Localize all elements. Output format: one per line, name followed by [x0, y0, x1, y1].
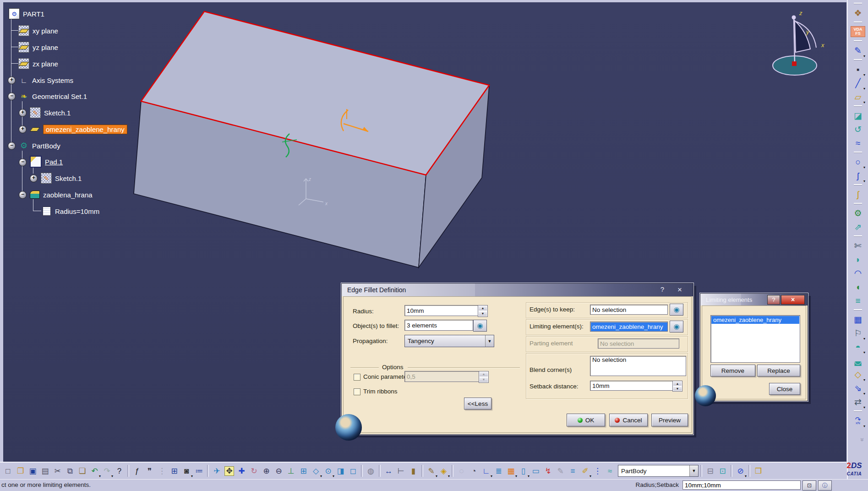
translate-plane-icon[interactable]: ⇘ ▾ [851, 381, 865, 395]
tree-item-sketch1-gs[interactable]: ✎ Sketch.1 [30, 107, 71, 118]
dropdown-arrow-icon[interactable]: ▾ [863, 179, 865, 183]
fit-all-in-icon[interactable]: ✥ [223, 465, 235, 477]
chevron-down-icon[interactable]: ▼ [485, 335, 494, 347]
expander-partbody[interactable]: − [8, 142, 16, 150]
basket-icon[interactable]: ❒ [752, 465, 764, 477]
tree-item-axis-systems[interactable]: ∟ Axis Systems [19, 75, 73, 86]
sketch-analysis-icon[interactable]: ✎ ▾ [425, 465, 437, 477]
dropdown-arrow-icon[interactable]: ▾ [863, 424, 865, 428]
point-icon[interactable]: ▪ ▾ [851, 62, 865, 76]
viewport-3d[interactable]: z x z y x [3, 2, 846, 462]
dropdown-arrow-icon[interactable]: ▾ [745, 474, 747, 478]
tree-label[interactable]: PartBody [32, 142, 60, 150]
near-icon[interactable]: ◇ ▾ [851, 367, 865, 381]
design-table-icon[interactable]: ⊞ [168, 465, 180, 477]
tree-item-omezeni[interactable]: omezeni_zaoblene_hrany [30, 124, 127, 135]
ok-button[interactable]: OK [567, 414, 605, 426]
wireframe-view-icon[interactable]: ◻ [347, 465, 359, 477]
blend-corners-field[interactable]: No selection [590, 356, 686, 376]
comment-icon[interactable]: ❞ [143, 465, 156, 477]
support-cylinder-icon[interactable]: ▯ ▾ [517, 465, 530, 477]
revolve-surface-icon[interactable]: ↺ [851, 122, 865, 136]
info-button[interactable]: ⓘ [818, 480, 832, 491]
rule-editor-icon[interactable]: ≔ [193, 465, 205, 477]
link-icon[interactable]: ⋮ [156, 465, 168, 477]
close-button[interactable]: Close [769, 383, 800, 395]
cylinder-view-icon[interactable]: ⊙ ▾ [322, 465, 334, 477]
tree-item-yz-plane[interactable]: yz plane [18, 42, 58, 53]
undo-icon[interactable]: ↶ ▾ [88, 465, 101, 477]
join-icon[interactable]: ▦ [851, 312, 865, 326]
more-tools-chevron-icon[interactable]: » [859, 438, 866, 442]
swap-space-icon[interactable]: ◌ [455, 465, 468, 477]
tree-item-geometrical-set[interactable]: ❧ Geometrical Set.1 [19, 91, 87, 102]
dialog-position-button[interactable]: ⊡ [802, 480, 816, 491]
multi-view-icon[interactable]: ⊞ [297, 465, 310, 477]
shaded-view-icon[interactable]: ◨ [334, 465, 347, 477]
vda-fs-icon[interactable]: VDA FS [851, 25, 865, 38]
expander-sketch1-gs[interactable]: + [19, 109, 27, 117]
frame-tree-icon[interactable]: ⊟ [704, 465, 716, 477]
tree-label[interactable]: Geometrical Set.1 [32, 93, 87, 100]
rotate-icon[interactable]: ↻ [248, 465, 260, 477]
conic-parameter-checkbox[interactable] [354, 374, 360, 381]
tree-label[interactable]: zaoblena_hrana [43, 191, 93, 199]
edges-to-keep-input[interactable] [590, 305, 668, 315]
status-power-input[interactable] [682, 480, 801, 490]
trim-surface-icon[interactable]: ◗ [851, 252, 865, 266]
constraint-shield-icon[interactable]: ⊘ ▾ [734, 465, 747, 477]
boundary-icon[interactable]: ◠ [851, 266, 865, 280]
highlight-catalog-icon[interactable]: ✐ ▾ [579, 465, 591, 477]
tree-item-radius[interactable]: Radius=10mm [42, 206, 99, 217]
tree-label[interactable]: Pad.1 [45, 158, 63, 166]
copy-icon[interactable]: ⧉ [64, 465, 76, 477]
cut-icon[interactable]: ✂ [51, 465, 64, 477]
tree-label-selected[interactable]: omezeni_zaoblene_hrany [43, 125, 127, 134]
freestyle-surface-icon[interactable]: ❖ [851, 6, 865, 20]
extrude-surface-icon[interactable]: ◪ [851, 109, 865, 122]
print-icon[interactable]: ▤ [39, 465, 51, 477]
tree-label[interactable]: Sketch.1 [44, 109, 71, 117]
tree-item-zx-plane[interactable]: zx plane [18, 58, 58, 69]
setback-distance-input[interactable] [590, 381, 673, 391]
tree-item-zaoblena[interactable]: zaoblena_hrana [30, 189, 93, 200]
compass-snap-icon[interactable]: ◔ [468, 465, 480, 477]
catalog-flash-icon[interactable]: ↯ [542, 465, 554, 477]
swap-reorder-icon[interactable]: ◈ ▾ [437, 465, 450, 477]
measure-between-icon[interactable]: ↔ [382, 465, 395, 477]
dropdown-arrow-icon[interactable]: ▾ [863, 405, 865, 409]
annotate-pen-icon[interactable]: ✎ [554, 465, 567, 477]
healing-icon[interactable]: ⚐ ▾ [851, 326, 865, 340]
layers-book-icon[interactable]: ≈ [604, 465, 616, 477]
multi-select-icon-button[interactable]: ◉ [670, 304, 683, 316]
list-item-selected[interactable]: omezeni_zaoblene_hrany [711, 316, 799, 324]
trim-ribbons-checkbox[interactable] [354, 388, 360, 395]
tree-label[interactable]: zx plane [33, 60, 58, 68]
expander-zaoblena[interactable]: − [19, 191, 27, 199]
tree-item-xy-plane[interactable]: xy plane [18, 25, 58, 36]
open-folder-icon[interactable]: ❐ [14, 465, 27, 477]
help-icon[interactable]: ? [767, 295, 780, 305]
split-surface-icon[interactable]: ✄ [851, 239, 865, 252]
zoom-out-icon[interactable]: ⊖ [273, 465, 285, 477]
iso-view-icon[interactable]: ◇ ▾ [310, 465, 322, 477]
multi-select-icon-button[interactable]: ◉ [473, 320, 487, 332]
multi-select-icon-button[interactable]: ◉ [670, 321, 683, 333]
work-grid-icon[interactable]: ▦ ▾ [505, 465, 517, 477]
untrim-icon[interactable]: ◓ ▾ [851, 340, 865, 354]
sketcher-icon[interactable]: ✎ ▾ [851, 44, 865, 57]
limiting-elements-input[interactable] [590, 322, 668, 332]
tree-item-pad1[interactable]: Pad.1 [30, 156, 63, 167]
redo-icon[interactable]: ↷ ▾ [101, 465, 113, 477]
lock-icon[interactable]: ◙ ▾ [180, 465, 193, 477]
plane-icon[interactable]: ▱ ▾ [851, 90, 865, 104]
whats-this-icon[interactable]: ? [113, 465, 126, 477]
zoom-in-icon[interactable]: ⊕ [260, 465, 273, 477]
edge-fillet-titlebar[interactable]: Edge Fillet Definition ? × [342, 284, 693, 296]
save-icon[interactable]: ▣ [27, 465, 39, 477]
expander-omezeni[interactable]: + [19, 125, 27, 133]
expander-sketch1-pad[interactable]: + [30, 175, 38, 182]
help-icon[interactable]: ? [657, 285, 667, 293]
dropdown-arrow-icon[interactable]: ▾ [863, 54, 865, 58]
replace-button[interactable]: Replace [757, 365, 800, 376]
